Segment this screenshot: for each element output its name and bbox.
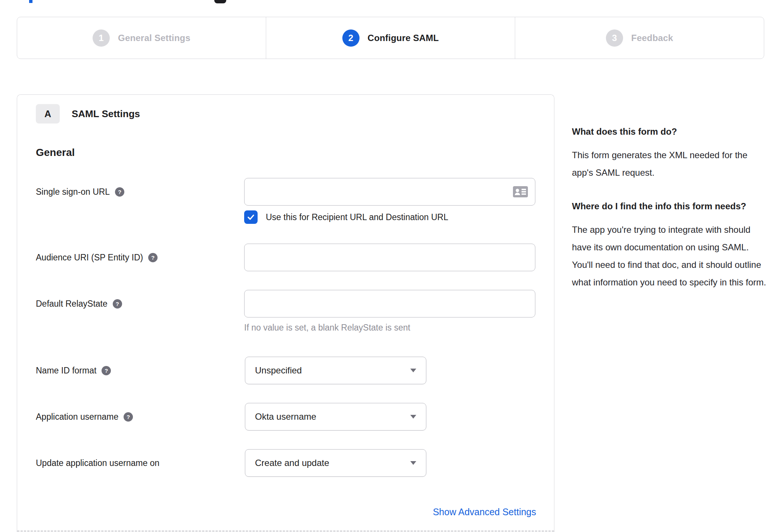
help-body: The app you're trying to integrate with … bbox=[572, 221, 768, 291]
step-label: General Settings bbox=[118, 33, 190, 43]
chevron-down-icon bbox=[410, 415, 416, 419]
checkbox-label[interactable]: Use this for Recipient URL and Destinati… bbox=[266, 212, 448, 222]
field-row-sso-url: Single sign-on URL ? bbox=[36, 178, 535, 224]
field-label: Default RelayState ? bbox=[36, 290, 244, 333]
recipient-url-checkbox-row: Use this for Recipient URL and Destinati… bbox=[244, 210, 535, 224]
field-row-name-id-format: Name ID format ? Unspecified bbox=[36, 357, 535, 384]
help-heading: Where do I find the info this form needs… bbox=[572, 198, 768, 215]
help-sidebar: What does this form do? This form genera… bbox=[572, 94, 768, 307]
sso-url-input[interactable] bbox=[244, 178, 535, 206]
field-row-relay-state: Default RelayState ? If no value is set,… bbox=[36, 290, 535, 333]
relay-state-hint: If no value is set, a blank RelayState i… bbox=[244, 323, 535, 333]
field-row-update-username-on: Update application username on Create an… bbox=[36, 449, 535, 477]
contact-card-icon bbox=[513, 186, 528, 199]
help-heading: What does this form do? bbox=[572, 123, 768, 140]
field-label-text: Default RelayState bbox=[36, 298, 108, 309]
dashed-separator bbox=[17, 531, 554, 532]
field-label-text: Name ID format bbox=[36, 365, 96, 376]
help-icon[interactable]: ? bbox=[115, 187, 124, 197]
help-icon[interactable]: ? bbox=[148, 253, 158, 262]
chevron-down-icon bbox=[410, 461, 416, 465]
saml-settings-panel: A SAML Settings General Single sign-on U… bbox=[17, 94, 554, 532]
section-header: A SAML Settings bbox=[36, 104, 535, 123]
general-heading: General bbox=[36, 147, 535, 159]
field-label-text: Audience URI (SP Entity ID) bbox=[36, 252, 143, 263]
step-label: Feedback bbox=[631, 33, 673, 43]
field-label-text: Update application username on bbox=[36, 458, 159, 468]
wizard-stepper: 1 General Settings 2 Configure SAML 3 Fe… bbox=[17, 17, 764, 59]
step-number-badge: 2 bbox=[342, 29, 360, 47]
help-body: This form generates the XML needed for t… bbox=[572, 146, 768, 181]
saml-form: Single sign-on URL ? bbox=[36, 178, 535, 517]
step-number-badge: 1 bbox=[93, 29, 110, 47]
update-username-on-select[interactable]: Create and update bbox=[245, 449, 426, 477]
chevron-down-icon bbox=[410, 369, 416, 372]
field-label-text: Application username bbox=[36, 411, 118, 422]
field-label: Application username ? bbox=[36, 403, 245, 431]
help-icon[interactable]: ? bbox=[102, 366, 111, 375]
step-number-badge: 3 bbox=[606, 29, 623, 47]
step-configure-saml[interactable]: 2 Configure SAML bbox=[266, 17, 515, 59]
recipient-url-checkbox[interactable] bbox=[244, 210, 258, 224]
help-icon[interactable]: ? bbox=[113, 299, 122, 309]
field-row-application-username: Application username ? Okta username bbox=[36, 403, 535, 431]
field-label: Update application username on bbox=[36, 449, 245, 477]
step-label: Configure SAML bbox=[368, 33, 439, 43]
name-id-format-select[interactable]: Unspecified bbox=[245, 357, 426, 384]
selected-value: Okta username bbox=[255, 411, 316, 422]
field-row-audience-uri: Audience URI (SP Entity ID) ? bbox=[36, 244, 535, 271]
step-general-settings[interactable]: 1 General Settings bbox=[17, 17, 266, 59]
cropped-blue-fragment bbox=[29, 0, 32, 3]
step-feedback[interactable]: 3 Feedback bbox=[515, 17, 764, 59]
checkmark-icon bbox=[246, 213, 255, 222]
audience-uri-input[interactable] bbox=[244, 244, 535, 271]
help-icon[interactable]: ? bbox=[124, 412, 133, 422]
field-label: Audience URI (SP Entity ID) ? bbox=[36, 244, 244, 271]
show-advanced-settings-link[interactable]: Show Advanced Settings bbox=[433, 507, 536, 517]
section-letter-badge: A bbox=[36, 104, 60, 123]
selected-value: Create and update bbox=[255, 458, 329, 468]
selected-value: Unspecified bbox=[255, 365, 302, 376]
relay-state-input[interactable] bbox=[244, 290, 535, 317]
field-label: Single sign-on URL ? bbox=[36, 178, 244, 224]
field-label-text: Single sign-on URL bbox=[36, 187, 110, 197]
field-label: Name ID format ? bbox=[36, 357, 245, 384]
section-title: SAML Settings bbox=[72, 108, 140, 120]
cropped-dark-fragment bbox=[214, 0, 226, 3]
application-username-select[interactable]: Okta username bbox=[245, 403, 426, 431]
